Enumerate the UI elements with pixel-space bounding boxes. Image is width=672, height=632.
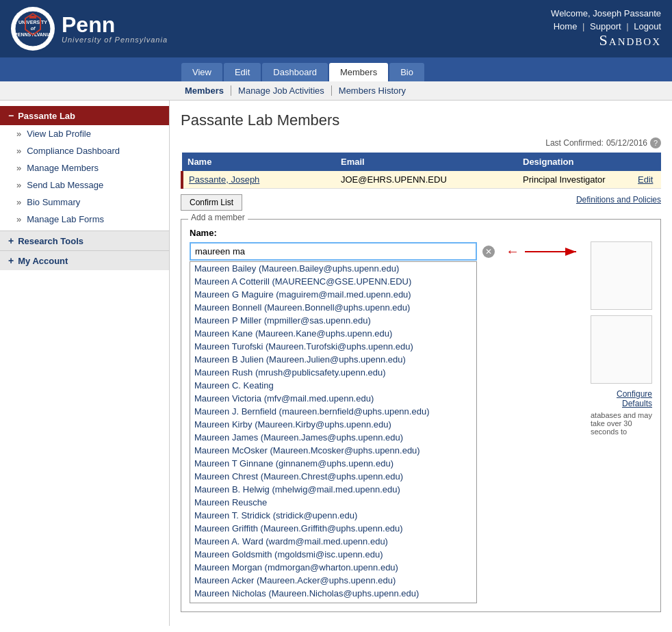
autocomplete-item[interactable]: Maureen T. Stridick (stridick@upenn.edu) (190, 509, 476, 522)
configure-defaults-link[interactable]: Configure Defaults (591, 389, 652, 408)
autocomplete-item[interactable]: Maureen Reusche (190, 496, 476, 509)
autocomplete-item[interactable]: Maureen Rush (mrush@publicsafety.upenn.e… (190, 366, 476, 379)
autocomplete-item[interactable]: Maureen Morgan (mdmorgan@wharton.upenn.e… (190, 561, 476, 574)
autocomplete-item[interactable]: Maureen G Maguire (maguirem@mail.med.upe… (190, 288, 476, 301)
dept-select-area[interactable] (591, 315, 652, 384)
search-note: atabases and may take over 30 seconds to (591, 411, 652, 436)
role-select-area[interactable] (591, 241, 652, 310)
sidebar-research-tools[interactable]: + Research Tools (0, 231, 169, 250)
last-confirmed-date: 05/12/2016 (606, 138, 647, 148)
tab-edit[interactable]: Edit (224, 63, 261, 81)
autocomplete-item[interactable]: Maureen C. Keating (190, 379, 476, 392)
info-icon[interactable]: ? (650, 137, 661, 148)
col-header-designation: Designation (517, 153, 632, 171)
autocomplete-item[interactable]: Maureen Kane (Maureen.Kane@uphs.upenn.ed… (190, 327, 476, 340)
sidebar-item-label: Compliance Dashboard (27, 146, 120, 156)
autocomplete-item[interactable]: Maureen McOsker (Maureen.Mcosker@uphs.up… (190, 444, 476, 457)
member-action-cell: Edit (632, 171, 661, 189)
confirm-list-button[interactable]: Confirm List (181, 194, 242, 211)
autocomplete-item[interactable]: Maureen A. Ward (wardm@mail.med.upenn.ed… (190, 535, 476, 548)
sidebar-lab-section: − Passante Lab View Lab Profile Complian… (0, 106, 169, 228)
last-confirmed: Last Confirmed: 05/12/2016 ? (181, 137, 661, 148)
penn-text: Penn (62, 14, 168, 36)
autocomplete-item[interactable]: Maureen T Ginnane (ginnanem@uphs.upenn.e… (190, 457, 476, 470)
member-designation-cell: Principal Investigator (517, 171, 632, 189)
add-member-legend: Add a member (188, 213, 248, 222)
member-name-link[interactable]: Passante, Joseph (189, 174, 259, 185)
autocomplete-item[interactable]: Maureen P Miller (mpmiller@sas.upenn.edu… (190, 314, 476, 327)
red-arrow-indicator: ← (506, 243, 519, 259)
name-label: Name: (190, 228, 580, 238)
sidebar-item-send-message[interactable]: Send Lab Message (0, 176, 169, 194)
table-header-row: Name Email Designation (182, 153, 661, 171)
sidebar-item-manage-forms[interactable]: Manage Lab Forms (0, 211, 169, 228)
plus-icon: + (8, 255, 14, 266)
tab-bio[interactable]: Bio (389, 63, 424, 81)
home-link[interactable]: Home (554, 21, 578, 31)
autocomplete-item[interactable]: Maureen Turofski (Maureen.Turofski@uphs.… (190, 340, 476, 353)
col-header-name: Name (182, 153, 335, 171)
sidebar-my-account[interactable]: + My Account (0, 250, 169, 270)
autocomplete-item[interactable]: Maureen B. Helwig (mhelwig@mail.med.upen… (190, 483, 476, 496)
collapse-icon: − (8, 110, 14, 121)
subnav-manage-job[interactable]: Manage Job Activities (231, 85, 332, 96)
name-input-row: ✕ ← (190, 242, 580, 261)
autocomplete-item[interactable]: Maureen Chrest (Maureen.Chrest@uphs.upen… (190, 470, 476, 483)
autocomplete-item[interactable]: Maureen Bonnell (Maureen.Bonnell@uphs.up… (190, 301, 476, 314)
sidebar-item-bio-summary[interactable]: Bio Summary (0, 194, 169, 211)
sidebar-item-label: Manage Lab Forms (27, 214, 104, 224)
autocomplete-item[interactable]: Maureen Victoria (mfv@mail.med.upenn.edu… (190, 392, 476, 405)
autocomplete-item[interactable]: Maureen Bailey (Maureen.Bailey@uphs.upen… (190, 262, 476, 275)
tab-view[interactable]: View (181, 63, 222, 81)
red-arrow-line (525, 246, 580, 257)
sidebar-item-view-lab[interactable]: View Lab Profile (0, 125, 169, 142)
tab-members[interactable]: Members (329, 63, 388, 81)
name-search-input[interactable] (190, 242, 477, 261)
subnav-members[interactable]: Members (185, 85, 231, 96)
support-link[interactable]: Support (590, 21, 621, 31)
sandbox-badge: Sandbox (551, 31, 661, 49)
autocomplete-item[interactable]: Maureen Goldsmith (mgoldsmi@isc.upenn.ed… (190, 548, 476, 561)
members-table: Name Email Designation Passante, Joseph … (181, 153, 661, 189)
autocomplete-item[interactable]: Maureen Gorman (Maureen.Gorman@uphs.upen… (190, 600, 476, 603)
autocomplete-item[interactable]: Maureen Griffith (Maureen.Griffith@uphs.… (190, 522, 476, 535)
autocomplete-item[interactable]: Maureen Kirby (Maureen.Kirby@uphs.upenn.… (190, 418, 476, 431)
sidebar-item-manage-members[interactable]: Manage Members (0, 159, 169, 176)
tab-dashboard[interactable]: Dashboard (262, 63, 328, 81)
autocomplete-item[interactable]: Maureen Acker (Maureen.Acker@uphs.upenn.… (190, 574, 476, 587)
clear-input-button[interactable]: ✕ (482, 246, 495, 258)
member-email-cell: JOE@EHRS.UPENN.EDU (335, 171, 517, 189)
my-account-label: My Account (18, 256, 68, 266)
welcome-text: Welcome, Joseph Passante (551, 8, 661, 18)
page-title: Passante Lab Members (181, 111, 661, 129)
edit-link[interactable]: Edit (638, 174, 653, 185)
sidebar-lab-header[interactable]: − Passante Lab (0, 106, 169, 125)
main-content: Passante Lab Members Last Confirmed: 05/… (170, 101, 672, 626)
header-nav: Home | Support | Logout (551, 21, 661, 31)
autocomplete-item[interactable]: Maureen James (Maureen.James@uphs.upenn.… (190, 431, 476, 444)
member-name-cell: Passante, Joseph (182, 171, 335, 189)
main-layout: − Passante Lab View Lab Profile Complian… (0, 101, 672, 626)
add-member-section: Add a member Name: ✕ ← (181, 219, 661, 612)
sidebar-item-label: Manage Members (27, 163, 99, 173)
sidebar-item-compliance[interactable]: Compliance Dashboard (0, 142, 169, 159)
logout-link[interactable]: Logout (634, 21, 661, 31)
sidebar-lab-label: Passante Lab (18, 111, 75, 121)
subnav-members-history[interactable]: Members History (332, 85, 413, 96)
autocomplete-item[interactable]: Maureen J. Bernfield (maureen.bernfield@… (190, 405, 476, 418)
autocomplete-item[interactable]: Maureen Nicholas (Maureen.Nicholas@uphs.… (190, 587, 476, 600)
svg-text:UNIVERSITY: UNIVERSITY (18, 20, 47, 25)
header: UNIVERSITY of PENNSYLVANIA Penn Universi… (0, 0, 672, 57)
logo-text-area: Penn University of Pennsylvania (62, 14, 168, 44)
last-confirmed-label: Last Confirmed: (545, 138, 604, 148)
penn-logo: UNIVERSITY of PENNSYLVANIA (11, 7, 55, 51)
autocomplete-item[interactable]: Maureen B Julien (Maureen.Julien@uphs.up… (190, 353, 476, 366)
col-header-email: Email (335, 153, 517, 171)
sidebar-item-label: View Lab Profile (27, 129, 91, 139)
definitions-link[interactable]: Definitions and Policies (576, 195, 661, 205)
sidebar: − Passante Lab View Lab Profile Complian… (0, 101, 170, 626)
svg-rect-5 (29, 16, 36, 18)
autocomplete-dropdown: Maureen Bailey (Maureen.Bailey@uphs.upen… (190, 261, 477, 603)
autocomplete-item[interactable]: Maureen A Cotterill (MAUREENC@GSE.UPENN.… (190, 275, 476, 288)
table-row: Passante, Joseph JOE@EHRS.UPENN.EDU Prin… (182, 171, 661, 189)
